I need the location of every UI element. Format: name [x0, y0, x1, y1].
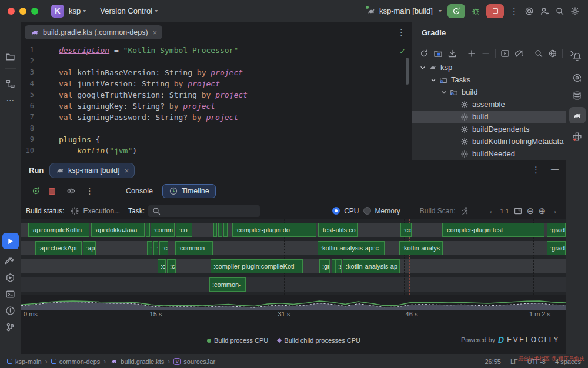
build-toolwindow-button[interactable]	[2, 253, 19, 269]
cpu-radio[interactable]	[332, 207, 340, 215]
debug-button[interactable]	[471, 6, 480, 16]
more-actions-kebab[interactable]: ⋮	[510, 6, 519, 16]
ai-assistant-icon[interactable]	[524, 6, 534, 16]
gradle-tree-item-buildNeeded[interactable]: buildNeeded	[412, 148, 566, 160]
task-bar[interactable]: :compiler-plugin:test	[442, 223, 544, 237]
task-bar[interactable]: :gradl	[547, 223, 566, 237]
task-bar[interactable]: :test-utils:co	[318, 223, 358, 237]
close-tab-icon[interactable]: ×	[153, 28, 158, 37]
remove-icon[interactable]	[481, 49, 490, 58]
build-timeline-chart[interactable]: :api:compileKotlin:api:dokkaJava::comm:c…	[21, 219, 566, 295]
rerun-build-icon[interactable]	[31, 186, 41, 196]
attach-project-icon[interactable]	[433, 49, 443, 58]
execute-task-icon[interactable]	[500, 49, 510, 58]
gradle-tree-item-Tasks[interactable]: Tasks	[412, 73, 566, 86]
vcs-menu[interactable]: Version Control	[100, 6, 152, 15]
search-everywhere-icon[interactable]	[555, 6, 564, 16]
task-bar[interactable]: :common-	[209, 277, 246, 292]
task-bar[interactable]: :kotlin-analysis-ap	[343, 259, 400, 273]
zoom-out-icon[interactable]: ⊖	[527, 206, 534, 216]
sync-gradle-icon[interactable]	[419, 49, 429, 58]
run-toolwindow-button[interactable]	[2, 233, 19, 249]
terminal-toolwindow-button[interactable]	[2, 286, 19, 302]
project-toolwindow-button[interactable]	[2, 48, 19, 65]
breadcrumb-item-ksp-main[interactable]: ksp-main	[7, 358, 42, 365]
tab-console[interactable]: Console	[126, 187, 153, 195]
task-bar[interactable]: :api:compileKotlin	[28, 223, 89, 237]
task-bar[interactable]: :c	[158, 259, 166, 273]
editor-scrollbar[interactable]	[406, 58, 409, 85]
task-bar[interactable]: :co	[400, 223, 412, 237]
task-bar[interactable]: :	[146, 223, 150, 237]
close-window-button[interactable]	[8, 8, 15, 15]
add-icon[interactable]	[467, 49, 476, 58]
task-bar[interactable]: :c	[153, 241, 158, 255]
settings-icon[interactable]	[570, 6, 580, 16]
offline-mode-icon[interactable]	[514, 49, 524, 58]
breadcrumb-item-common-deps[interactable]: common-deps	[51, 358, 101, 365]
task-bar[interactable]: :common-	[175, 241, 213, 255]
editor-area[interactable]: build.gradle.kts (:common-deps) × ⋮ 1des…	[21, 22, 412, 160]
chevron-down-icon[interactable]	[429, 76, 438, 84]
task-bar[interactable]: :comm	[151, 223, 175, 237]
toolbar-kebab[interactable]: ⋮	[85, 186, 94, 196]
memory-radio[interactable]	[363, 207, 371, 215]
hide-panel-icon[interactable]: —	[551, 165, 559, 175]
close-tab-icon[interactable]: ×	[125, 166, 129, 175]
minimize-window-button[interactable]	[19, 8, 26, 15]
task-bar[interactable]: :kotlin-analys	[399, 241, 443, 255]
fit-screen-icon[interactable]	[513, 206, 523, 216]
stop-build-icon[interactable]	[49, 188, 55, 195]
task-search-input[interactable]	[148, 205, 260, 217]
build-scan-icon[interactable]	[460, 206, 469, 216]
gradle-tree-item-ksp[interactable]: ksp	[412, 61, 566, 73]
gradle-settings-icon[interactable]	[548, 49, 557, 58]
task-bar[interactable]: :api:dokkaJava	[91, 223, 145, 237]
gradle-toolwindow-button[interactable]	[569, 107, 586, 123]
ai-chat-toolwindow-button[interactable]	[569, 69, 586, 86]
line-ending[interactable]: LF	[510, 358, 518, 365]
download-sources-icon[interactable]	[447, 49, 457, 58]
task-bar[interactable]: :gr	[319, 259, 330, 273]
gradle-tree-item-assemble[interactable]: assemble	[412, 98, 566, 111]
database-toolwindow-button[interactable]	[569, 87, 586, 103]
scroll-right-icon[interactable]: →	[550, 206, 557, 215]
task-bar[interactable]	[218, 223, 222, 237]
gradle-tree-item-buildDependents[interactable]: buildDependents	[412, 123, 566, 135]
gradle-tree-item-buildKotlinToolingMetadata[interactable]: buildKotlinToolingMetadata	[412, 135, 566, 148]
stop-button[interactable]	[486, 4, 504, 18]
chevron-right-icon[interactable]	[567, 49, 577, 58]
task-bar[interactable]	[223, 223, 228, 237]
task-bar[interactable]: :kotlin-analysis-api:c	[318, 241, 385, 255]
run-tab[interactable]: ksp-main [build] ×	[49, 163, 135, 178]
maximize-window-button[interactable]	[31, 8, 38, 15]
editor-tab[interactable]: build.gradle.kts (:common-deps) ×	[25, 25, 162, 39]
task-bar[interactable]: :s	[335, 259, 342, 273]
task-bar[interactable]: :api	[83, 241, 96, 255]
task-bar[interactable]: :c	[147, 241, 152, 255]
git-toolwindow-button[interactable]	[2, 319, 19, 335]
view-options-icon[interactable]	[66, 186, 76, 196]
cpu-radio-label[interactable]: CPU	[344, 207, 359, 215]
inspections-ok-icon[interactable]: ✓	[399, 47, 406, 56]
scroll-left-icon[interactable]: ←	[489, 206, 496, 215]
task-bar[interactable]: :gradl	[547, 241, 566, 255]
tab-timeline[interactable]: Timeline	[162, 184, 216, 198]
gradle-tree-item-build[interactable]: build	[412, 86, 566, 98]
gradle-tree-item-build[interactable]: build	[412, 111, 566, 123]
more-toolwindows-button[interactable]: ⋯	[2, 92, 19, 108]
structure-toolwindow-button[interactable]	[2, 75, 19, 92]
task-bar[interactable]: :compiler-plugin:compileKotl	[211, 259, 303, 273]
services-toolwindow-button[interactable]	[2, 269, 19, 286]
breadcrumb-item-sourcesJar[interactable]: vsourcesJar	[173, 358, 215, 365]
dependencies-toolwindow-button[interactable]	[569, 128, 586, 145]
chevron-down-icon[interactable]	[418, 63, 427, 72]
task-bar[interactable]: :cc	[167, 259, 176, 273]
chevron-down-icon[interactable]	[439, 88, 449, 96]
editor-options-kebab[interactable]: ⋮	[397, 27, 406, 38]
run-options-kebab[interactable]: ⋮	[532, 165, 540, 175]
code-with-me-icon[interactable]	[540, 6, 549, 16]
problems-toolwindow-button[interactable]	[2, 302, 19, 319]
task-bar[interactable]: :co	[176, 223, 192, 237]
run-config-selector[interactable]: ksp-main [build] ▾	[366, 6, 442, 16]
